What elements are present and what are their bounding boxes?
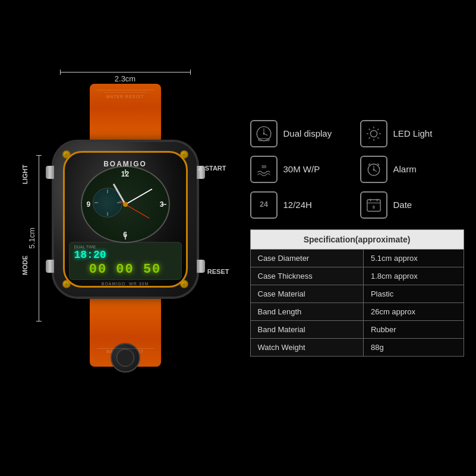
date-icon: 8 <box>360 191 387 219</box>
spec-value-band-material: Rubber <box>363 320 464 338</box>
alarm-icon <box>360 156 387 183</box>
features-grid: Dual display <box>250 120 464 219</box>
led-light-label: LED Light <box>393 128 433 138</box>
digital-stopwatch: 00 00 50 <box>74 262 176 277</box>
time-format-icon: 24 <box>250 191 278 219</box>
spec-label-band-material: Band Material <box>250 320 363 338</box>
feature-date: 8 Date <box>360 191 464 219</box>
dimension-width: 2.3cm <box>60 72 191 83</box>
dimension-width-line <box>60 72 191 72</box>
spec-label-case-thickness: Case Thickness <box>250 267 363 285</box>
svg-point-5 <box>370 130 377 137</box>
wave-icon: 30 <box>254 160 273 179</box>
button-mode-label: MODE <box>21 256 29 275</box>
svg-text:30: 30 <box>261 163 266 169</box>
svg-line-19 <box>368 163 370 165</box>
dimension-height-label: 5.1cm <box>27 228 36 248</box>
brand-name: BOAMIGO <box>103 160 147 168</box>
button-start-label: ▲ START <box>197 165 226 172</box>
feature-led-light: LED Light <box>360 120 464 147</box>
digital-display: DUAL TIME 18:20 00 00 50 <box>69 242 182 280</box>
feature-time-format: 24 12/24H <box>250 191 354 219</box>
clock-icon <box>254 124 273 143</box>
calendar-icon: 8 <box>364 196 383 215</box>
svg-line-3 <box>264 134 267 135</box>
watch-area: 2.3cm 5.1cm ▲ STAR <box>12 36 238 440</box>
button-reset[interactable] <box>197 260 205 273</box>
alarm-label: Alarm <box>393 164 417 174</box>
feature-water-proof: 30 30M W/P <box>250 156 354 183</box>
sub-brand: BOAMIGO WR 30M <box>102 282 149 286</box>
dimension-height: 5.1cm <box>27 155 39 321</box>
svg-line-11 <box>377 137 379 138</box>
button-light-label: LIGHT <box>21 165 29 184</box>
watch-case: ▲ START RESET LIGHT MODE BOAMIGO <box>54 142 197 297</box>
svg-line-12 <box>377 128 379 130</box>
digital-time: 18:20 <box>74 249 176 261</box>
spec-label-band-length: Band Length <box>250 302 363 320</box>
time-format-label: 12/24H <box>283 200 312 210</box>
date-label: Date <box>393 200 412 210</box>
button-mode[interactable] <box>46 260 54 273</box>
svg-text:8: 8 <box>373 205 375 209</box>
dimension-width-label: 2.3cm <box>115 74 135 83</box>
dimension-height-line <box>39 155 39 321</box>
spec-value-case-diameter: 5.1cm approx <box>363 249 464 267</box>
alarm-clock-icon <box>364 160 383 179</box>
spec-label-case-diameter: Case Diameter <box>250 249 363 267</box>
spec-value-case-thickness: 1.8cm approx <box>363 267 464 285</box>
24h-icon: 24 <box>254 196 273 215</box>
spec-row-case-diameter: Case Diameter 5.1cm approx <box>250 249 464 267</box>
specs-title: Specification(approximate) <box>250 229 464 249</box>
clock-num-9: 9 <box>87 200 91 209</box>
svg-line-20 <box>377 163 379 165</box>
svg-line-18 <box>374 169 377 171</box>
spec-row-case-thickness: Case Thickness 1.8cm approx <box>250 267 464 285</box>
dual-display-icon <box>250 120 278 147</box>
band-bottom <box>90 295 161 367</box>
watch-body: ▲ START RESET LIGHT MODE BOAMIGO <box>42 84 209 393</box>
svg-text:24: 24 <box>260 200 268 209</box>
spec-row-band-material: Band Material Rubber <box>250 320 464 338</box>
spec-row-case-material: Case Material Plastic <box>250 285 464 302</box>
watch-dial: BOAMIGO <box>63 151 188 288</box>
water-proof-icon: 30 <box>250 156 278 183</box>
spec-row-band-length: Band Length 26cm approx <box>250 302 464 320</box>
bottom-circle <box>111 343 140 373</box>
dual-time-label: DUAL TIME <box>74 245 176 249</box>
center-dot <box>123 202 128 207</box>
feature-dual-display: Dual display <box>250 120 354 147</box>
button-reset-label: RESET <box>207 268 229 275</box>
led-light-icon <box>360 120 387 147</box>
clock-num-3: 3 <box>160 200 164 209</box>
spec-value-band-length: 26cm approx <box>363 302 464 320</box>
button-light[interactable] <box>46 166 54 179</box>
spec-value-case-material: Plastic <box>363 285 464 302</box>
svg-line-10 <box>368 128 370 130</box>
water-proof-label: 30M W/P <box>283 164 320 174</box>
clock-face: 12 3 6 9 <box>81 166 170 243</box>
page-container: 2.3cm 5.1cm ▲ STAR <box>0 0 476 476</box>
right-panel: Dual display <box>250 120 464 357</box>
dual-display-label: Dual display <box>283 128 332 138</box>
sun-icon <box>364 124 383 143</box>
clock-num-12: 12 <box>121 170 129 178</box>
clock-num-6: 6 <box>123 231 127 239</box>
spec-row-watch-weight: Watch Weight 88g <box>250 338 464 356</box>
spec-value-watch-weight: 88g <box>363 338 464 356</box>
analog-area: 12 3 6 9 <box>72 166 179 239</box>
feature-alarm: Alarm <box>360 156 464 183</box>
svg-line-13 <box>368 137 370 138</box>
band-top <box>90 84 161 143</box>
minute-hand <box>125 188 152 205</box>
spec-label-watch-weight: Watch Weight <box>250 338 363 356</box>
spec-label-case-material: Case Material <box>250 285 363 302</box>
specs-table: Specification(approximate) Case Diameter… <box>250 229 464 357</box>
